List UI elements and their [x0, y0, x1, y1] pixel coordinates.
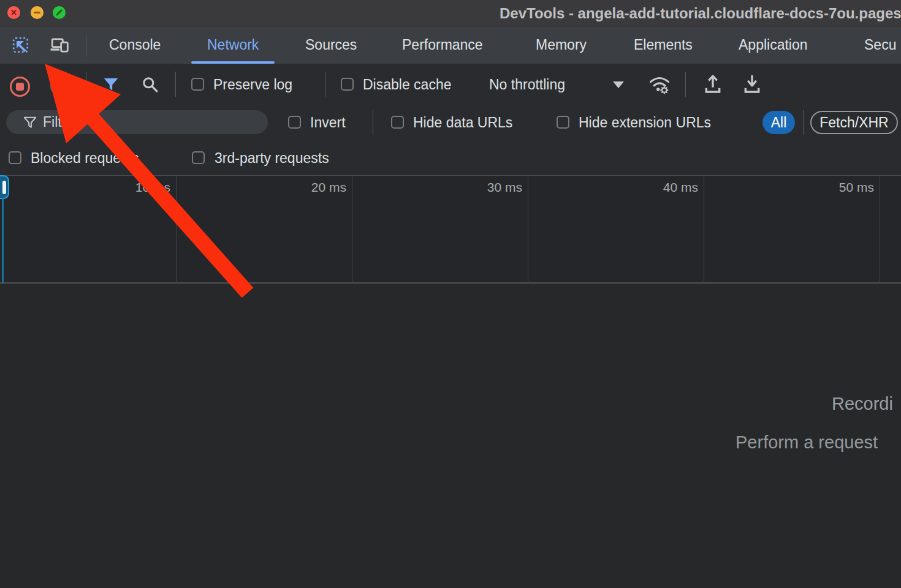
upload-icon	[703, 73, 723, 95]
timeline-gridline	[528, 176, 528, 284]
zoom-button[interactable]	[53, 6, 66, 19]
export-har-button[interactable]	[742, 72, 762, 96]
timeline-marker-50ms: 50 ms	[839, 180, 874, 195]
invert-label[interactable]: Invert	[310, 115, 346, 131]
close-icon: ✕	[10, 9, 17, 17]
device-toolbar-icon	[50, 36, 69, 55]
divider	[373, 110, 373, 135]
window-title: DevTools - angela-add-tutorial.cloudflar…	[500, 5, 901, 22]
tab-sources[interactable]: Sources	[305, 26, 357, 64]
timeline-marker-20ms: 20 ms	[311, 180, 346, 195]
invert-checkbox[interactable]	[288, 116, 301, 129]
search-button[interactable]	[141, 75, 159, 94]
request-filters-bar: Blocked requests 3rd-party requests	[0, 140, 901, 175]
filter-toggle-button[interactable]	[102, 76, 120, 93]
divider	[803, 110, 804, 135]
network-toolbar: Preserve log Disable cache No throttling	[0, 64, 901, 105]
divider	[175, 72, 176, 97]
search-icon	[142, 76, 159, 93]
chevron-down-icon[interactable]	[613, 81, 624, 88]
recording-status-text: Recordi	[832, 394, 893, 414]
network-conditions-button[interactable]	[647, 72, 672, 96]
third-party-requests-label[interactable]: 3rd-party requests	[215, 150, 329, 167]
import-har-button[interactable]	[702, 72, 723, 96]
inspect-icon	[12, 36, 30, 55]
tab-network[interactable]: Network	[207, 26, 259, 64]
timeline-marker-30ms: 30 ms	[487, 180, 522, 195]
devtools-tabbar: Console Network Sources Performance Memo…	[0, 26, 901, 64]
divider	[86, 72, 86, 97]
wifi-gear-icon	[648, 73, 671, 95]
clear-button[interactable]	[50, 78, 67, 95]
filter-field[interactable]	[6, 110, 268, 134]
close-button[interactable]: ✕	[7, 6, 20, 19]
tab-security[interactable]: Secu	[864, 26, 896, 64]
timeline-overview[interactable]: 10 ms 20 ms 30 ms 40 ms 50 ms	[0, 175, 901, 284]
requests-empty-area: Recordi Perform a request	[0, 284, 901, 588]
resource-type-all-button[interactable]: All	[762, 111, 795, 134]
toggle-device-toolbar-button[interactable]	[49, 36, 70, 55]
timeline-gridline	[352, 176, 352, 284]
preserve-log-checkbox[interactable]	[191, 78, 204, 91]
filter-input[interactable]	[43, 113, 257, 132]
tab-performance[interactable]: Performance	[402, 26, 483, 64]
hide-data-urls-checkbox[interactable]	[391, 116, 404, 129]
blocked-requests-checkbox[interactable]	[9, 151, 21, 164]
hide-data-urls-label[interactable]: Hide data URLs	[413, 115, 512, 131]
funnel-icon	[23, 116, 37, 129]
zoom-icon	[56, 9, 63, 16]
minimize-button[interactable]	[31, 6, 44, 19]
overview-selection-line	[2, 198, 4, 283]
tab-console[interactable]: Console	[109, 26, 161, 64]
divider	[86, 35, 86, 56]
hide-extension-urls-label[interactable]: Hide extension URLs	[579, 115, 711, 131]
blocked-requests-label[interactable]: Blocked requests	[31, 150, 139, 167]
divider	[685, 72, 686, 97]
overview-left-handle[interactable]	[0, 175, 9, 199]
resource-type-fetch-xhr-button[interactable]: Fetch/XHR	[810, 111, 898, 134]
timeline-gridline	[704, 176, 704, 284]
perform-request-hint: Perform a request	[736, 432, 878, 453]
tab-memory[interactable]: Memory	[536, 26, 587, 64]
preserve-log-label[interactable]: Preserve log	[213, 77, 292, 93]
record-icon	[16, 83, 24, 91]
timeline-marker-40ms: 40 ms	[663, 180, 698, 195]
tab-elements[interactable]: Elements	[634, 26, 693, 64]
timeline-gridline	[880, 176, 880, 284]
filter-bar: Invert Hide data URLs Hide extension URL…	[0, 105, 901, 140]
divider	[325, 72, 325, 97]
hide-extension-urls-checkbox[interactable]	[557, 116, 569, 129]
funnel-icon	[103, 77, 119, 92]
minimize-icon	[34, 12, 40, 13]
titlebar: ✕ DevTools - angela-add-tutorial.cloudfl…	[0, 0, 901, 26]
disable-cache-label[interactable]: Disable cache	[363, 77, 451, 93]
throttling-select[interactable]: No throttling	[489, 77, 565, 93]
timeline-gridline	[176, 176, 177, 284]
disable-cache-checkbox[interactable]	[341, 78, 354, 91]
tab-application[interactable]: Application	[739, 26, 808, 64]
timeline-marker-10ms: 10 ms	[135, 180, 170, 195]
third-party-requests-checkbox[interactable]	[192, 151, 205, 164]
record-button[interactable]	[10, 77, 30, 97]
overview-handle-grip-icon	[2, 181, 6, 194]
download-icon	[742, 73, 762, 95]
inspect-element-button[interactable]	[11, 36, 31, 55]
